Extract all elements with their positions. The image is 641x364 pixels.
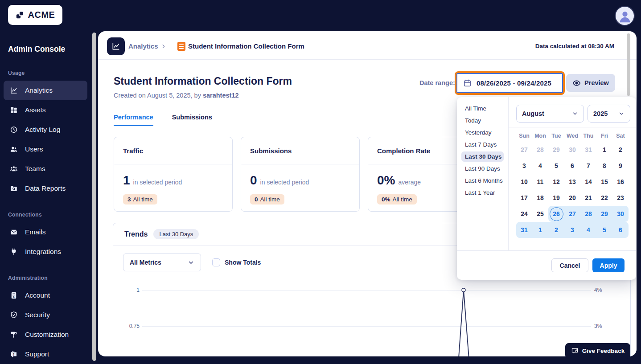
calendar-day-31[interactable]: 31 <box>580 142 596 158</box>
calendar-day-28[interactable]: 28 <box>532 142 548 158</box>
sidebar-item-account[interactable]: $ Account <box>4 286 87 305</box>
breadcrumb-analytics-link[interactable]: Analytics <box>128 37 158 55</box>
calendar-day-21[interactable]: 21 <box>580 190 596 206</box>
calendar-day-30[interactable]: 30 <box>612 206 629 222</box>
preset-last-30-days[interactable]: Last 30 Days <box>461 151 504 162</box>
chevron-down-icon <box>572 110 578 117</box>
sidebar-item-teams[interactable]: Teams <box>4 159 87 179</box>
completion-period-value: 0% <box>377 173 395 188</box>
sidebar-item-analytics[interactable]: Analytics <box>4 81 87 100</box>
created-prefix: Created on August 5, 2025, by <box>114 92 203 99</box>
sidebar-item-users[interactable]: Users <box>4 139 87 159</box>
calendar-day-3[interactable]: 3 <box>516 158 532 174</box>
preview-button[interactable]: Preview <box>566 74 615 92</box>
calendar-day-6[interactable]: 6 <box>612 222 629 238</box>
preset-list: All TimeTodayYesterdayLast 7 DaysLast 30… <box>457 97 509 250</box>
calendar-day-9[interactable]: 9 <box>612 158 629 174</box>
traffic-card-title: Traffic <box>114 137 232 164</box>
calendar-day-6[interactable]: 6 <box>564 158 580 174</box>
calendar-day-2[interactable]: 2 <box>548 222 564 238</box>
sidebar-item-data-reports[interactable]: Data Reports <box>4 179 87 198</box>
sidebar-item-security[interactable]: Security <box>4 305 87 325</box>
preset-last-7-days[interactable]: Last 7 Days <box>461 139 504 150</box>
date-range-value: 08/26/2025 - 09/24/2025 <box>477 79 551 87</box>
preset-today[interactable]: Today <box>461 115 504 126</box>
year-select[interactable]: 2025 <box>588 105 630 123</box>
calendar-day-3[interactable]: 3 <box>564 222 580 238</box>
sidebar-item-assets[interactable]: Assets <box>4 100 87 120</box>
give-feedback-button[interactable]: Give Feedback <box>565 343 630 359</box>
calendar-day-15[interactable]: 15 <box>596 174 612 190</box>
calendar-day-18[interactable]: 18 <box>532 190 548 206</box>
page-title: Student Information Collection Form <box>114 75 292 87</box>
user-avatar[interactable] <box>615 6 635 26</box>
cancel-button[interactable]: Cancel <box>551 258 588 272</box>
calendar-day-1[interactable]: 1 <box>532 222 548 238</box>
calendar-day-5[interactable]: 5 <box>596 222 612 238</box>
sidebar-item-support[interactable]: ? Support <box>4 344 87 364</box>
calendar-day-24[interactable]: 24 <box>516 206 532 222</box>
calendar-day-5[interactable]: 5 <box>548 158 564 174</box>
calendar-day-20[interactable]: 20 <box>564 190 580 206</box>
weekday-label: Sun <box>516 132 532 140</box>
badge-label: All time <box>393 196 412 203</box>
sidebar-item-label: Support <box>25 350 49 358</box>
submissions-card-title: Submissions <box>241 137 359 164</box>
main-scrollbar[interactable] <box>92 33 96 361</box>
calendar-day-7[interactable]: 7 <box>580 158 596 174</box>
calendar-day-11[interactable]: 11 <box>532 174 548 190</box>
app-logo[interactable]: ACME <box>8 5 62 25</box>
calendar-day-4[interactable]: 4 <box>580 222 596 238</box>
logo-text: ACME <box>28 10 55 20</box>
sidebar-item-activity-log[interactable]: Activity Log <box>4 120 87 139</box>
calendar-day-12[interactable]: 12 <box>548 174 564 190</box>
calendar-day-28[interactable]: 28 <box>580 206 596 222</box>
folder-search-icon <box>10 184 18 192</box>
calendar-day-30[interactable]: 30 <box>564 142 580 158</box>
calendar-day-10[interactable]: 10 <box>516 174 532 190</box>
calendar-day-27[interactable]: 27 <box>516 142 532 158</box>
month-select[interactable]: August <box>516 105 584 123</box>
calendar-day-27[interactable]: 27 <box>564 206 580 222</box>
preset-yesterday[interactable]: Yesterday <box>461 127 504 138</box>
calendar-day-22[interactable]: 22 <box>596 190 612 206</box>
preset-last-6-months[interactable]: Last 6 Months <box>461 176 504 186</box>
calendar-day-19[interactable]: 19 <box>548 190 564 206</box>
sidebar-item-customization[interactable]: Customization <box>4 325 87 344</box>
tab-performance[interactable]: Performance <box>114 114 153 126</box>
badge-value: 3 <box>127 196 131 203</box>
calendar-day-4[interactable]: 4 <box>532 158 548 174</box>
user-avatar-icon <box>617 8 633 24</box>
calendar-day-13[interactable]: 13 <box>564 174 580 190</box>
calendar-day-26[interactable]: 26 <box>548 206 564 222</box>
calendar-day-8[interactable]: 8 <box>596 158 612 174</box>
preset-last-90-days[interactable]: Last 90 Days <box>461 164 504 174</box>
calendar-day-31[interactable]: 31 <box>516 222 532 238</box>
preset-all-time[interactable]: All Time <box>461 103 504 114</box>
calendar-day-14[interactable]: 14 <box>580 174 596 190</box>
sidebar-item-emails[interactable]: Emails <box>4 222 87 242</box>
badge-label: All time <box>133 196 153 203</box>
sidebar-item-integrations[interactable]: Integrations <box>4 242 87 262</box>
submissions-card: Submissions 0 in selected period 0 All t… <box>241 137 360 212</box>
sidebar-item-label: Data Reports <box>25 184 66 192</box>
calendar-day-1[interactable]: 1 <box>596 142 612 158</box>
badge-label: All time <box>260 196 280 203</box>
calendar-day-29[interactable]: 29 <box>596 206 612 222</box>
calendar-day-29[interactable]: 29 <box>548 142 564 158</box>
sidebar-item-label: Emails <box>25 228 46 236</box>
date-range-input[interactable]: 08/26/2025 - 09/24/2025 <box>456 73 563 93</box>
content-scrollbar[interactable] <box>627 33 630 96</box>
calendar-day-16[interactable]: 16 <box>612 174 629 190</box>
apply-button[interactable]: Apply <box>592 258 625 272</box>
tab-submissions[interactable]: Submissions <box>172 114 212 126</box>
paint-roller-icon <box>10 331 18 339</box>
calendar-day-2[interactable]: 2 <box>612 142 629 158</box>
form-doc-icon <box>177 42 185 53</box>
calendar-panel: August 2025 SunMonTueWedThuFriSat 272829… <box>509 97 636 250</box>
page-subtitle: Created on August 5, 2025, by sarahtest1… <box>114 92 239 99</box>
calendar-day-23[interactable]: 23 <box>612 190 629 206</box>
calendar-day-17[interactable]: 17 <box>516 190 532 206</box>
preset-last-1-year[interactable]: Last 1 Year <box>461 188 504 198</box>
calendar-day-25[interactable]: 25 <box>532 206 548 222</box>
